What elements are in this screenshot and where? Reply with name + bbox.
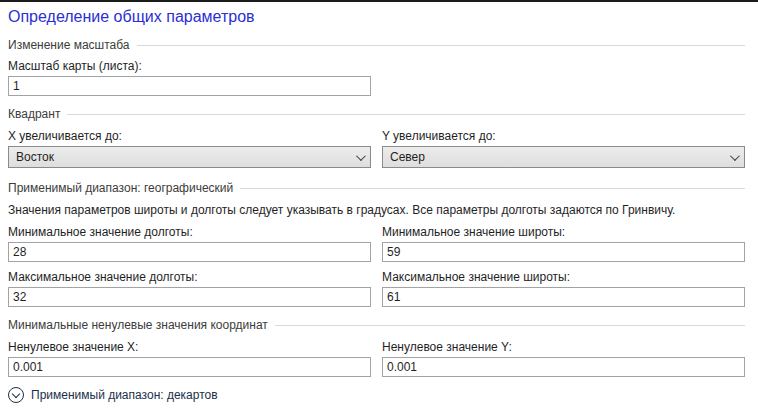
field-max-latitude: Максимальное значение широты:: [382, 262, 745, 307]
section-rule: [240, 188, 745, 189]
field-min-longitude: Минимальное значение долготы:: [8, 217, 371, 262]
field-map-scale: Масштаб карты (листа):: [8, 52, 371, 96]
section-rule: [67, 114, 745, 115]
field-x-direction: X увеличивается до: Восток: [8, 121, 371, 168]
max-longitude-label: Максимальное значение долготы:: [8, 270, 371, 284]
max-latitude-label: Максимальное значение широты:: [382, 270, 745, 284]
section-header-nonzero: Минимальные ненулевые значения координат: [8, 318, 745, 332]
cartesian-range-expander-label: Применимый диапазон: декартов: [31, 388, 218, 402]
y-direction-label: Y увеличивается до:: [382, 129, 745, 143]
section-header-scale-label: Изменение масштаба: [8, 38, 130, 52]
field-y-direction: Y увеличивается до: Север: [382, 121, 745, 168]
section-header-geo-range-label: Применимый диапазон: географический: [8, 181, 233, 195]
min-latitude-label: Минимальное значение широты:: [382, 225, 745, 239]
field-min-latitude: Минимальное значение широты:: [382, 217, 745, 262]
chevron-down-icon: [356, 151, 366, 161]
section-header-scale: Изменение масштаба: [8, 38, 745, 52]
nonzero-x-input[interactable]: [8, 357, 371, 377]
geo-range-description: Значения параметров широты и долготы сле…: [8, 203, 745, 217]
y-direction-combobox[interactable]: Север: [382, 146, 745, 168]
x-direction-combobox[interactable]: Восток: [8, 146, 371, 168]
section-header-quadrant-label: Квадрант: [8, 107, 60, 121]
map-scale-label: Масштаб карты (листа):: [8, 59, 371, 73]
field-nonzero-x: Ненулевое значение X:: [8, 332, 371, 377]
min-longitude-input[interactable]: [8, 242, 371, 262]
cartesian-range-expander[interactable]: Применимый диапазон: декартов: [8, 387, 218, 403]
general-parameters-panel: Определение общих параметров Изменение м…: [0, 2, 758, 403]
section-rule: [137, 45, 745, 46]
chevron-down-icon: [730, 151, 740, 161]
field-nonzero-y: Ненулевое значение Y:: [382, 332, 745, 377]
section-header-quadrant: Квадрант: [8, 107, 745, 121]
map-scale-input[interactable]: [8, 76, 371, 96]
section-rule: [275, 325, 745, 326]
section-header-geo-range: Применимый диапазон: географический: [8, 181, 745, 195]
min-longitude-label: Минимальное значение долготы:: [8, 225, 371, 239]
section-header-nonzero-label: Минимальные ненулевые значения координат: [8, 318, 268, 332]
y-direction-selected-value: Север: [390, 150, 724, 164]
min-latitude-input[interactable]: [382, 242, 745, 262]
nonzero-y-input[interactable]: [382, 357, 745, 377]
max-latitude-input[interactable]: [382, 287, 745, 307]
page-title: Определение общих параметров: [8, 7, 745, 26]
x-direction-label: X увеличивается до:: [8, 129, 371, 143]
nonzero-x-label: Ненулевое значение X:: [8, 340, 371, 354]
x-direction-selected-value: Восток: [16, 150, 350, 164]
nonzero-y-label: Ненулевое значение Y:: [382, 340, 745, 354]
chevron-down-circle-icon[interactable]: [8, 387, 24, 403]
field-max-longitude: Максимальное значение долготы:: [8, 262, 371, 307]
max-longitude-input[interactable]: [8, 287, 371, 307]
